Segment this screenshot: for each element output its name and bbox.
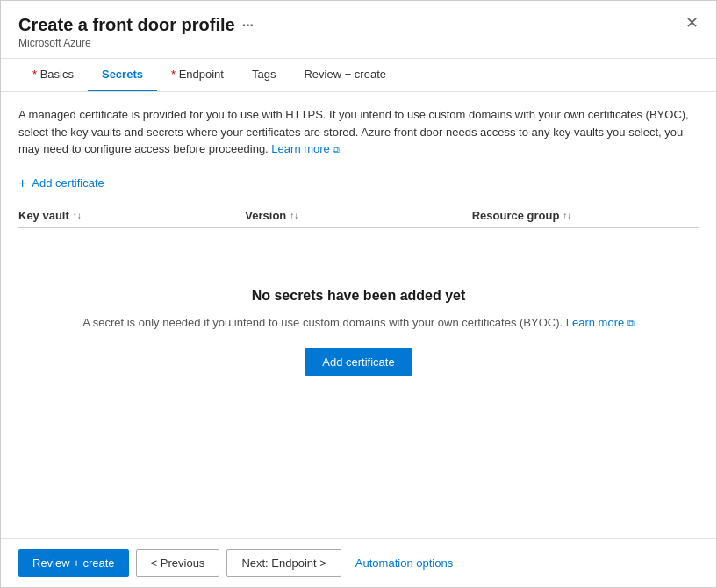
tab-endpoint[interactable]: Endpoint [157,59,238,91]
empty-state-description: A secret is only needed if you intend to… [82,314,635,332]
add-certificate-button-top[interactable]: + Add certificate [18,172,104,195]
previous-button[interactable]: < Previous [136,549,220,577]
automation-options-button[interactable]: Automation options [348,556,460,570]
tab-basics[interactable]: Basics [18,59,88,91]
review-create-button[interactable]: Review + create [18,549,129,577]
tab-secrets[interactable]: Secrets [88,59,157,91]
sort-resource-group-icon: ↑↓ [563,211,571,220]
learn-more-link-top[interactable]: Learn more ⧉ [271,142,340,155]
create-front-door-dialog: Create a front door profile ··· Microsof… [0,0,717,588]
sort-version-icon: ↑↓ [290,211,298,220]
dialog-title-text: Create a front door profile [18,15,235,35]
tab-bar: Basics Secrets Endpoint Tags Review + cr… [1,59,716,92]
close-button[interactable]: ✕ [685,15,699,31]
learn-more-link-empty[interactable]: Learn more ⧉ [566,316,635,329]
sort-key-vault-icon: ↑↓ [73,211,82,220]
table-header: Key vault ↑↓ Version ↑↓ Resource group ↑… [18,209,699,228]
info-text: A managed certificate is provided for yo… [18,106,699,158]
tab-review-create[interactable]: Review + create [290,59,400,91]
dialog-subtitle: Microsoft Azure [18,37,254,49]
add-certificate-button-primary[interactable]: Add certificate [305,348,412,376]
empty-state: No secrets have been added yet A secret … [18,235,699,412]
dialog-title: Create a front door profile ··· [18,15,254,35]
dialog-title-block: Create a front door profile ··· Microsof… [18,15,254,49]
dialog-body: A managed certificate is provided for yo… [1,92,716,538]
close-icon: ✕ [685,14,699,32]
dialog-header: Create a front door profile ··· Microsof… [1,1,716,59]
next-button[interactable]: Next: Endpoint > [226,549,341,577]
empty-state-title: No secrets have been added yet [252,288,466,304]
table-header-key-vault[interactable]: Key vault ↑↓ [18,209,245,222]
tab-tags[interactable]: Tags [238,59,290,91]
table-header-resource-group[interactable]: Resource group ↑↓ [472,209,699,222]
dialog-menu-icon[interactable]: ··· [242,18,254,33]
plus-icon: + [18,176,26,191]
table-header-version[interactable]: Version ↑↓ [245,209,471,222]
external-link-icon-top: ⧉ [333,144,340,154]
external-link-icon-empty: ⧉ [627,318,635,328]
dialog-footer: Review + create < Previous Next: Endpoin… [1,538,716,587]
